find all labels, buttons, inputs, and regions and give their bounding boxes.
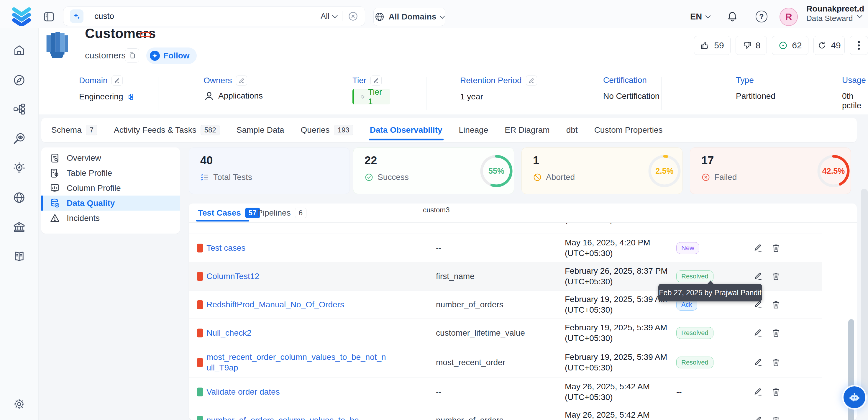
rerun-button[interactable]: 49 [813, 36, 845, 55]
test-case-link[interactable]: Test cases [207, 243, 395, 253]
entity-subtitle: customers [85, 51, 126, 60]
edit-icon[interactable] [753, 272, 763, 281]
column-cell: most_recent_order [436, 358, 560, 367]
test-case-link[interactable]: number_of_orders_column_values_to_be_ [207, 415, 395, 420]
table-row[interactable]: Null_check2 customer_lifetime_value Febr… [189, 319, 822, 347]
page-scrollbar-thumb[interactable] [861, 189, 868, 397]
home-icon[interactable] [13, 44, 26, 57]
test-cases-label: Test Cases [198, 208, 241, 218]
domain-value[interactable]: Engineering [79, 92, 123, 101]
info-divider [661, 77, 661, 110]
delete-icon[interactable] [771, 300, 781, 309]
submenu-item-table-profile[interactable]: Table Profile [41, 166, 180, 181]
aborted-label: Aborted [546, 173, 575, 182]
tab-lineage[interactable]: Lineage [459, 118, 488, 142]
insights-bulb-icon[interactable] [13, 162, 26, 175]
tab-pipelines[interactable]: Pipelines 6 [257, 204, 306, 222]
floating-custom-text: custom3 [423, 206, 450, 214]
test-case-link[interactable]: ColumnTest12 [207, 271, 395, 282]
tab-sample-data[interactable]: Sample Data [237, 118, 284, 142]
user-avatar[interactable]: R [779, 8, 798, 26]
rerun-count: 49 [831, 40, 841, 51]
tab-er-diagram[interactable]: ER Diagram [505, 118, 550, 142]
table-row[interactable]: most_recent_order_column_values_to_be_no… [189, 347, 822, 378]
clipped-date-text: (UTC+05:30) [565, 223, 613, 224]
domain-label: Domain [79, 76, 107, 85]
test-case-link[interactable]: Validate order dates [207, 387, 395, 397]
more-actions-button[interactable] [850, 36, 868, 55]
table-row[interactable]: Test cases -- May 16, 2025, 4:20 PM (UTC… [189, 234, 822, 262]
govern-bank-icon[interactable] [13, 220, 26, 234]
tab-label: Lineage [459, 125, 488, 135]
copy-name-button[interactable] [125, 49, 139, 63]
downvote-button[interactable]: 8 [736, 36, 767, 55]
edit-owners-button[interactable] [236, 76, 247, 86]
watch-button[interactable]: 62 [772, 36, 808, 55]
status-indicator [197, 300, 203, 309]
help-icon[interactable]: ? [756, 11, 768, 22]
lineage-flow-icon[interactable] [13, 102, 26, 116]
upvote-button[interactable]: 59 [694, 36, 731, 55]
test-case-link[interactable]: most_recent_order_column_values_to_be_no… [207, 352, 389, 373]
app-logo[interactable] [10, 6, 33, 26]
date-cell: February 26, 2025, 8:37 PM (UTC+05:30) [565, 266, 673, 287]
success-check-icon [365, 173, 373, 182]
clipped-row-top: (UTC+05:30) [189, 223, 822, 234]
delete-icon[interactable] [771, 328, 781, 338]
domains-globe-icon[interactable] [13, 191, 26, 204]
chat-assistant-button[interactable] [843, 386, 865, 408]
test-case-link[interactable]: RedshiftProd_Manual_No_Of_Orders [207, 299, 395, 310]
settings-gear-icon[interactable] [13, 398, 26, 411]
tab-label: Custom Properties [594, 125, 663, 135]
observability-search-eye-icon[interactable] [13, 132, 26, 145]
search-query-text[interactable]: custo [94, 11, 315, 21]
ai-sparkle-icon[interactable] [70, 9, 84, 23]
tab-activity-feeds[interactable]: Activity Feeds & Tasks582 [114, 118, 220, 142]
left-icon-rail [0, 28, 39, 420]
edit-tier-button[interactable] [370, 76, 382, 86]
all-domains-button[interactable]: All Domains [373, 8, 445, 26]
user-menu[interactable]: Rounakpreet.d Data Steward [806, 4, 864, 23]
submenu-item-data-quality[interactable]: Data Quality [41, 196, 180, 211]
tab-data-observability[interactable]: Data Observability [370, 118, 442, 142]
user-role: Data Steward [806, 13, 864, 23]
search-clear-icon[interactable] [348, 11, 358, 22]
card-failed: 17 Failed 42.5% [690, 148, 851, 194]
edit-retention-button[interactable] [526, 76, 537, 86]
submenu-item-overview[interactable]: Overview [41, 150, 180, 166]
language-dropdown[interactable]: EN [690, 8, 710, 25]
pipelines-count-badge: 6 [295, 208, 306, 218]
owners-value[interactable]: Applications [218, 91, 263, 100]
test-case-link[interactable]: Null_check2 [207, 328, 395, 338]
delete-icon[interactable] [771, 272, 781, 281]
observability-submenu: Overview Table Profile Column Profile Da… [41, 148, 180, 234]
notifications-bell-icon[interactable] [726, 11, 739, 23]
global-search-input[interactable]: custo All [63, 6, 365, 26]
delete-icon[interactable] [771, 416, 781, 420]
explore-compass-icon[interactable] [13, 74, 26, 87]
search-scope-dropdown[interactable]: All [320, 12, 337, 21]
submenu-item-incidents[interactable]: Incidents [41, 211, 180, 226]
tier-chip[interactable]: Tier 1 [352, 89, 390, 104]
edit-icon[interactable] [753, 387, 763, 397]
tab-custom-properties[interactable]: Custom Properties [594, 118, 663, 142]
edit-icon[interactable] [753, 243, 763, 253]
table-row[interactable]: number_of_orders_column_values_to_be_ nu… [189, 406, 822, 420]
glossary-book-icon[interactable] [13, 250, 26, 263]
search-divider [89, 11, 89, 21]
sidebar-toggle-icon[interactable] [43, 12, 55, 22]
delete-icon[interactable] [771, 358, 781, 367]
submenu-item-column-profile[interactable]: Column Profile [41, 181, 180, 196]
edit-icon[interactable] [753, 328, 763, 338]
owner-person-icon [204, 90, 215, 101]
delete-icon[interactable] [771, 243, 781, 253]
table-row[interactable]: Validate order dates -- May 26, 2025, 5:… [189, 378, 822, 406]
follow-button[interactable]: ✦ Follow [146, 48, 197, 64]
edit-domain-button[interactable] [112, 76, 123, 86]
edit-icon[interactable] [753, 358, 763, 367]
delete-icon[interactable] [771, 387, 781, 397]
tab-schema[interactable]: Schema7 [51, 118, 97, 142]
tab-dbt[interactable]: dbt [566, 118, 578, 142]
edit-icon[interactable] [753, 416, 763, 420]
tab-queries[interactable]: Queries193 [301, 118, 353, 142]
